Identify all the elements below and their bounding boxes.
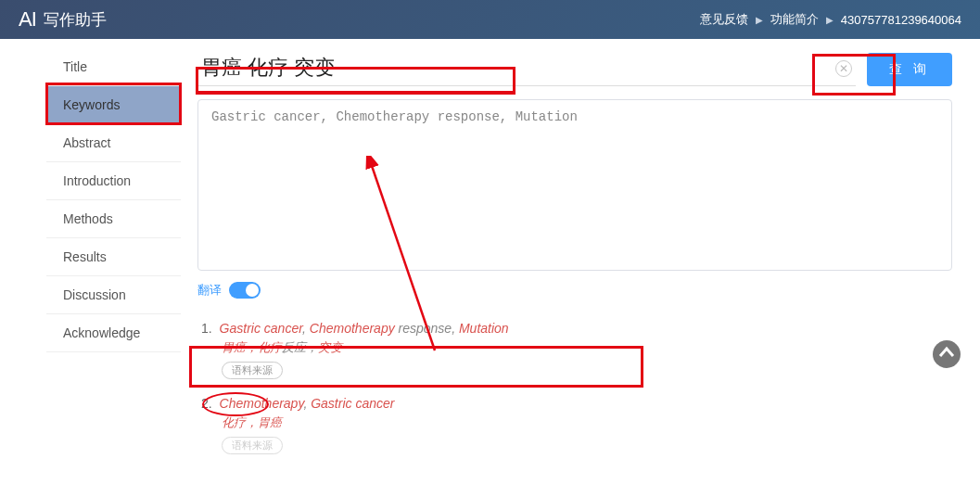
arrow-up-circle-icon [931, 338, 962, 370]
search-row: ✕ 查 询 [197, 52, 952, 86]
translate-label: 翻译 [197, 282, 222, 299]
sidebar-item-abstract[interactable]: Abstract [46, 124, 181, 162]
search-input[interactable] [201, 56, 830, 80]
sidebar-item-acknowledge[interactable]: Acknowledge [46, 314, 181, 352]
output-textarea[interactable]: Gastric cancer, Chemotherapy response, M… [197, 99, 952, 271]
sidebar-item-methods[interactable]: Methods [46, 200, 181, 238]
query-button[interactable]: 查 询 [867, 53, 952, 86]
result-num: 1. [201, 321, 212, 336]
search-input-wrap: ✕ [197, 52, 856, 86]
header-right: 意见反馈 ▶ 功能简介 ▶ 430757781239640064 [700, 11, 961, 28]
translate-row: 翻译 [197, 282, 952, 299]
chevron-right-icon: ▶ [826, 15, 834, 25]
output-text: Gastric cancer, Chemotherapy response, M… [211, 109, 938, 124]
scroll-top-button[interactable] [928, 336, 965, 373]
link-feedback[interactable]: 意见反馈 [700, 11, 748, 28]
chevron-right-icon: ▶ [756, 15, 763, 25]
result-num: 2. [201, 396, 212, 411]
sidebar-item-introduction[interactable]: Introduction [46, 162, 181, 200]
results-list: 1. Gastric cancer, Chemotherapy response… [197, 321, 952, 454]
result-item: 1. Gastric cancer, Chemotherapy response… [201, 321, 952, 379]
sidebar-item-keywords[interactable]: Keywords [46, 86, 181, 124]
result-cn[interactable]: 胃癌，化疗反应，突变 [222, 339, 952, 356]
translate-toggle[interactable] [229, 282, 261, 299]
header: AI 写作助手 意见反馈 ▶ 功能简介 ▶ 430757781239640064 [0, 0, 980, 39]
clear-icon[interactable]: ✕ [835, 60, 852, 77]
svg-point-0 [933, 340, 961, 368]
sidebar-item-results[interactable]: Results [46, 238, 181, 276]
sidebar-item-title[interactable]: Title [46, 48, 181, 86]
sidebar: Title Keywords Abstract Introduction Met… [0, 39, 181, 471]
link-features[interactable]: 功能简介 [770, 11, 819, 28]
result-en[interactable]: Gastric cancer, Chemotherapy response, M… [220, 321, 509, 336]
main-panel: ✕ 查 询 Gastric cancer, Chemotherapy respo… [181, 39, 980, 471]
result-item: 2. Chemotherapy, Gastric cancer 化疗，胃癌 语料… [201, 396, 952, 454]
logo-cn: 写作助手 [44, 9, 107, 31]
source-button[interactable]: 语料来源 [222, 437, 283, 454]
user-id[interactable]: 430757781239640064 [841, 13, 961, 27]
sidebar-item-discussion[interactable]: Discussion [46, 276, 181, 314]
source-button[interactable]: 语料来源 [222, 362, 283, 379]
result-cn[interactable]: 化疗，胃癌 [222, 414, 952, 431]
result-en[interactable]: Chemotherapy, Gastric cancer [220, 396, 395, 411]
logo: AI [19, 7, 36, 32]
